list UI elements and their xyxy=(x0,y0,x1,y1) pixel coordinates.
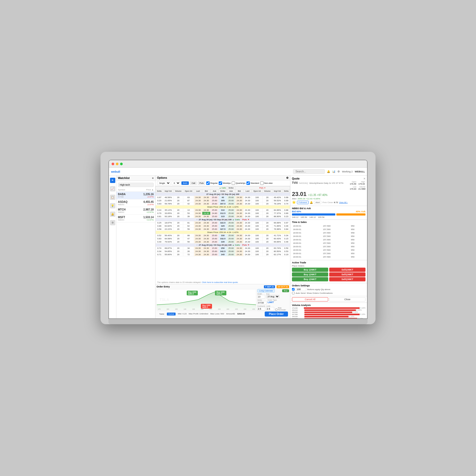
nbbo-ask-val1: 165.5K xyxy=(300,216,307,218)
app-container: webull 🔔 📊 ⚙ Working 2 WEBULL xyxy=(109,168,367,318)
sidebar-item-ideas[interactable]: 💡 xyxy=(110,203,115,208)
table-row[interactable]: 0.20 21.65% 20 87 24.30 24.30 25.60 305 xyxy=(156,199,290,202)
type-select[interactable]: Single xyxy=(157,181,171,185)
contracts-input[interactable] xyxy=(257,307,265,311)
both-btn[interactable]: Both xyxy=(181,181,189,185)
cell-implvol2: 49.42% xyxy=(272,196,282,199)
notification-icon[interactable]: 🔔 xyxy=(327,170,330,173)
cell-bid2: 24.30 xyxy=(235,202,243,205)
table-row[interactable]: 0.58 22.22% 20 59 24.30 24.30 25.60 327.… xyxy=(156,228,290,231)
follow-btn[interactable]: Followed xyxy=(297,201,309,204)
tab-curve[interactable]: Curve xyxy=(167,313,176,315)
sidebar-item-alerts[interactable]: 🔔 xyxy=(110,212,115,217)
sidebar-item-chart[interactable]: 📈 xyxy=(110,186,115,191)
width-input[interactable] xyxy=(257,295,265,299)
cell-oi2: 100 xyxy=(252,202,263,205)
weeklys-checkbox[interactable] xyxy=(219,181,222,185)
auto-send-checkbox[interactable] xyxy=(292,292,295,294)
cell-strike: 327.5 xyxy=(219,228,227,231)
close-btn[interactable]: Close xyxy=(329,297,365,301)
watchlist-filter-btn[interactable]: High-tech xyxy=(118,183,154,187)
sidebar-item-watchlist[interactable]: 👁 xyxy=(110,178,115,183)
tab-table[interactable]: Table xyxy=(158,313,166,315)
table-row[interactable]: 0.40 79.52% 20 59 24.30 24.30 25.60 335 xyxy=(156,240,290,244)
table-row[interactable]: 0.63 59.78% 20 42 24.30 24.30 25.60 307.… xyxy=(156,202,290,205)
sell-mkt-btn-1[interactable]: Sell@MKT xyxy=(329,268,365,272)
cell-oi2: 100 xyxy=(252,209,263,212)
regular-checkbox[interactable] xyxy=(206,181,210,185)
watchlist-item-asdaq[interactable]: ASDAQ 4,455.45 NIEDC -2.97% xyxy=(116,199,155,207)
sell-mkt-btn-2[interactable]: Sell@MKT xyxy=(329,272,365,277)
hex-buy-1[interactable]: Buy 1000$264.5 xyxy=(187,291,198,295)
strike-input[interactable] xyxy=(257,301,267,305)
search-input[interactable] xyxy=(293,169,325,174)
view-all-link[interactable]: View All › xyxy=(339,201,348,204)
cell-bid: 24.30 xyxy=(202,196,210,199)
settings-icon[interactable]: ⚙ xyxy=(337,170,340,173)
minimize-dot[interactable] xyxy=(116,163,118,165)
account-dropdown[interactable]: WEBULL xyxy=(355,170,365,173)
sidebar-item-orders[interactable]: 📋 xyxy=(110,195,115,200)
maximize-dot[interactable] xyxy=(120,163,123,165)
call-btn[interactable]: Call xyxy=(190,181,197,185)
table-row[interactable]: 0.83 84.58% 20 47 24.30 24.30 25.60 332.… xyxy=(156,237,290,240)
cancel-all-btn[interactable]: Cancel All xyxy=(292,297,328,301)
place-order-btn[interactable]: Place Order xyxy=(265,312,288,317)
hex-buy-2[interactable]: Buy 1000$264.5 xyxy=(215,291,226,295)
table-row[interactable]: 0.34 54.85% 20 26 24.30 24.30 25.60 342.… xyxy=(156,250,290,253)
hex-buy-3[interactable]: Buy 1000$284.5 xyxy=(201,304,212,309)
table-row[interactable]: 0.24 35.12% 20 13 24.30 24.30 25.60 310 xyxy=(156,209,290,212)
ts-price: 157,500 xyxy=(322,238,350,241)
cell-last2: 24.30 xyxy=(243,240,251,244)
expiry-select[interactable]: 6 xyxy=(172,181,180,185)
quote-close-icon[interactable]: ✕ xyxy=(363,177,365,180)
close-dot[interactable] xyxy=(112,163,114,165)
sell-mkt-btn-3[interactable]: Sell@MKT xyxy=(329,277,365,281)
table-row[interactable]: 0.70 33.65% 20 53 24.30 24.30 24.80 312.… xyxy=(156,212,290,215)
watchlist-item-msft[interactable]: MSFT 1,533.14 NIEDC +2.97% xyxy=(116,215,155,222)
standard-checkbox[interactable] xyxy=(246,181,250,185)
qty-input[interactable] xyxy=(296,287,306,291)
delayed-link[interactable]: Click here to subscribe real time quote. xyxy=(202,281,238,283)
table-row[interactable]: 0.25 18.67% 20 81 24.30 24.30 25.60 322.… xyxy=(156,221,290,225)
chart-icon[interactable]: 📊 xyxy=(332,170,335,173)
cell-vol: 20 xyxy=(173,225,183,228)
limit-input[interactable] xyxy=(266,307,274,311)
buy-mkt-btn-3[interactable]: Buy @MKT xyxy=(292,277,328,281)
options-menu-icon[interactable]: ⚙ xyxy=(286,176,289,179)
puts-btn[interactable]: Puts xyxy=(198,181,205,185)
date-1[interactable]: 7 SEP 21 xyxy=(264,285,275,288)
date-2[interactable]: 29 OCT 21 xyxy=(277,285,289,288)
star-icon[interactable]: ⭐ xyxy=(292,200,296,204)
table-row[interactable]: 0.71 55.60% 20 72 24.30 24.30 25.60 345 xyxy=(156,253,290,256)
table-row[interactable]: 0.97 48.58% 20 63 24.30 24.30 25.60 40 2 xyxy=(156,196,290,199)
buy-mkt-btn-1[interactable]: Buy @MKT xyxy=(292,268,328,272)
nbbo-ask-pct: 40% Ask xyxy=(356,210,365,213)
cell-delta2: 0.89 xyxy=(283,212,290,215)
qty-checkbox[interactable] xyxy=(292,288,295,291)
exp-select[interactable]: 27 Aug xyxy=(266,295,280,298)
watchlist-item-mtch[interactable]: MTCH 2,987.18 NIEDC +2.97% xyxy=(116,207,155,215)
table-row[interactable]: 0.74 68.87% 20 34 24.30 24.30 15.60 250 xyxy=(156,247,290,250)
buy-mkt-btn-2[interactable]: Buy @MKT xyxy=(292,272,328,277)
table-row[interactable]: 0.52 56.40% 20 68 24.30 24.30 25.60 330 xyxy=(156,234,290,237)
strategy-row: Long Calendar Buy xyxy=(257,289,289,292)
cell-last2: 24.30 xyxy=(243,199,251,202)
vol-price: 158,012 xyxy=(292,309,304,311)
watchlist-item-baba[interactable]: BABA 1,235.16 NYSE -2.97% xyxy=(116,192,155,199)
order-type-label: Order Type xyxy=(268,299,277,301)
alert-btn[interactable]: Alert xyxy=(314,201,321,204)
buy-btn[interactable]: Buy xyxy=(282,289,289,292)
watchlist-menu-icon[interactable]: ≡ xyxy=(152,177,154,180)
cell-delta: 0.97 xyxy=(156,196,163,199)
quarterlys-checkbox[interactable] xyxy=(232,181,235,185)
cell-vol: 20 xyxy=(173,228,183,231)
after-hours: After: 3955.34 +12.43 +0.85% xyxy=(292,198,365,200)
risk-reminder-checkbox[interactable] xyxy=(275,309,277,311)
bell-icon[interactable]: 🔔 xyxy=(310,201,313,204)
table-row[interactable]: 0.86 62.82% 20 62 24.30 24.30 25.60 325 xyxy=(156,225,290,228)
nonstan-checkbox[interactable] xyxy=(260,181,264,185)
long-calendar-btn[interactable]: Long Calendar xyxy=(257,289,275,292)
table-row[interactable]: 0.81 93.18% 20 39 24.30 24.30 25.60 315 xyxy=(156,215,290,218)
sidebar-item-settings[interactable]: ⚙ xyxy=(110,220,115,225)
